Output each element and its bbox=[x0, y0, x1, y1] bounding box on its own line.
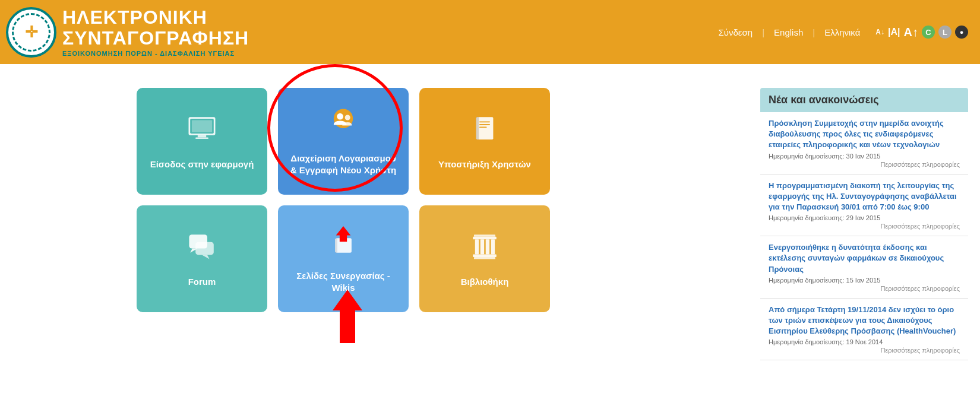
news-item: Η προγραμματισμένη διακοπή της λειτουργί… bbox=[760, 175, 968, 237]
news-item-title-1[interactable]: Η προγραμματισμένη διακοπή της λειτουργί… bbox=[769, 180, 960, 213]
tile-login-label: Είσοδος στην εφαρμογή bbox=[150, 158, 254, 170]
news-item-title-3[interactable]: Από σήμερα Τετάρτη 19/11/2014 δεν ισχύει… bbox=[769, 304, 960, 337]
upload-icon bbox=[327, 224, 359, 263]
font-controls: Α↓ |Α| Α↑ C L ● bbox=[875, 26, 968, 39]
svg-rect-10 bbox=[479, 121, 490, 122]
tile-support[interactable]: Υποστήριξη Χρηστών bbox=[419, 88, 550, 195]
book-icon bbox=[469, 113, 501, 151]
font-normal[interactable]: |Α| bbox=[888, 27, 900, 37]
font-decrease[interactable]: Α↓ bbox=[875, 28, 884, 36]
news-item-more-0[interactable]: Περισσότερες πληροφορίες bbox=[769, 161, 960, 168]
svg-marker-16 bbox=[202, 255, 210, 259]
news-header: Νέα και ανακοινώσεις bbox=[760, 88, 968, 112]
svg-rect-21 bbox=[474, 234, 495, 237]
news-sidebar: Νέα και ανακοινώσεις Πρόσκληση Συμμετοχή… bbox=[760, 88, 968, 394]
svg-rect-24 bbox=[486, 239, 489, 254]
nav-divider-2: | bbox=[813, 27, 815, 37]
columns-icon bbox=[469, 230, 501, 269]
tile-account[interactable]: Διαχείριση Λογαριασμού & Εγγραφή Νέου Χρ… bbox=[278, 88, 409, 195]
news-item: Πρόσκληση Συμμετοχής στην ημερίδα ανοιχτ… bbox=[760, 112, 968, 175]
logo-text: ΗΛΕΚΤΡΟΝΙΚΗ ΣΥΝΤΑΓΟΓΡΑΦΗΣΗ ΕΞΟΙΚΟΝΟΜΗΣΗ … bbox=[62, 7, 249, 57]
login-link[interactable]: Σύνδεση bbox=[719, 27, 753, 37]
news-item: Ενεργοποιήθηκε η δυνατότητα έκδοσης και … bbox=[760, 236, 968, 299]
svg-rect-27 bbox=[474, 257, 495, 259]
users-icon bbox=[327, 107, 359, 145]
news-items-container: Πρόσκληση Συμμετοχής στην ημερίδα ανοιχτ… bbox=[760, 112, 968, 360]
news-item-title-2[interactable]: Ενεργοποιήθηκε η δυνατότητα έκδοσης και … bbox=[769, 242, 960, 275]
tile-account-label: Διαχείριση Λογαριασμού & Εγγραφή Νέου Χρ… bbox=[287, 153, 399, 176]
svg-rect-22 bbox=[475, 239, 479, 254]
tile-library[interactable]: Βιβλιοθήκη bbox=[419, 205, 550, 312]
tile-library-label: Βιβλιοθήκη bbox=[461, 276, 509, 288]
svg-rect-25 bbox=[491, 239, 495, 254]
contrast-c-button[interactable]: C bbox=[922, 26, 935, 39]
logo-circle: ✛ bbox=[6, 7, 56, 58]
svg-rect-4 bbox=[195, 137, 208, 139]
logo-subtitle: ΕΞΟΙΚΟΝΟΜΗΣΗ ΠΟΡΩΝ - ΔΙΑΣΦΑΛΙΣΗ ΥΓΕΙΑΣ bbox=[62, 50, 249, 57]
svg-rect-15 bbox=[195, 242, 214, 255]
svg-rect-12 bbox=[479, 126, 487, 128]
svg-rect-3 bbox=[198, 135, 206, 138]
logo-title-line2: ΣΥΝΤΑΓΟΓΡΑΦΗΣΗ bbox=[62, 28, 249, 49]
logo-circle-inner: ✛ bbox=[12, 13, 50, 52]
svg-rect-20 bbox=[473, 237, 497, 240]
tile-forum-label: Forum bbox=[188, 276, 216, 288]
news-item-more-3[interactable]: Περισσότερες πληροφορίες bbox=[769, 347, 960, 354]
news-item: Από σήμερα Τετάρτη 19/11/2014 δεν ισχύει… bbox=[760, 299, 968, 361]
header-nav: Σύνδεση | English | Ελληνικά Α↓ |Α| Α↑ C… bbox=[719, 26, 968, 39]
monitor-icon bbox=[186, 113, 218, 151]
tile-wiki[interactable]: Σελίδες Συνεργασίας - Wikis bbox=[278, 205, 409, 312]
contrast-l-button[interactable]: L bbox=[938, 26, 951, 39]
svg-rect-26 bbox=[473, 254, 497, 257]
main-content: Είσοδος στην εφαρμογή Διαχείριση Λογαρι bbox=[0, 64, 980, 406]
svg-point-7 bbox=[345, 115, 350, 120]
svg-rect-23 bbox=[480, 239, 484, 254]
tiles-grid: Είσοδος στην εφαρμογή Διαχείριση Λογαρι bbox=[137, 88, 550, 312]
contrast-dark-button[interactable]: ● bbox=[955, 26, 968, 39]
chat-icon bbox=[186, 230, 218, 269]
svg-rect-18 bbox=[335, 238, 337, 253]
news-item-date-2: Ημερομηνία δημοσίευσης: 15 Ιαν 2015 bbox=[769, 277, 960, 284]
svg-rect-2 bbox=[192, 120, 212, 132]
news-item-date-0: Ημερομηνία δημοσίευσης: 30 Ιαν 2015 bbox=[769, 153, 960, 160]
logo-area: ✛ ΗΛΕΚΤΡΟΝΙΚΗ ΣΥΝΤΑΓΟΓΡΑΦΗΣΗ ΕΞΟΙΚΟΝΟΜΗΣ… bbox=[6, 7, 249, 58]
tile-forum[interactable]: Forum bbox=[137, 205, 267, 312]
spacer bbox=[568, 76, 742, 394]
header: ✛ ΗΛΕΚΤΡΟΝΙΚΗ ΣΥΝΤΑΓΟΓΡΑΦΗΣΗ ΕΞΟΙΚΟΝΟΜΗΣ… bbox=[0, 0, 980, 64]
nav-divider-1: | bbox=[762, 27, 764, 37]
news-item-more-1[interactable]: Περισσότερες πληροφορίες bbox=[769, 223, 960, 230]
tile-wiki-label: Σελίδες Συνεργασίας - Wikis bbox=[287, 270, 399, 293]
news-item-date-3: Ημερομηνία δημοσίευσης: 19 Νοε 2014 bbox=[769, 338, 960, 345]
news-item-date-1: Ημερομηνία δημοσίευσης: 29 Ιαν 2015 bbox=[769, 214, 960, 221]
news-item-title-0[interactable]: Πρόσκληση Συμμετοχής στην ημερίδα ανοιχτ… bbox=[769, 118, 960, 151]
svg-rect-9 bbox=[476, 117, 479, 139]
tile-login[interactable]: Είσοδος στην εφαρμογή bbox=[137, 88, 267, 195]
logo-cross-icon: ✛ bbox=[25, 24, 38, 40]
font-increase[interactable]: Α↑ bbox=[904, 26, 918, 39]
news-item-more-2[interactable]: Περισσότερες πληροφορίες bbox=[769, 285, 960, 292]
svg-rect-11 bbox=[479, 124, 490, 125]
tiles-container: Είσοδος στην εφαρμογή Διαχείριση Λογαρι bbox=[137, 76, 550, 394]
tile-support-label: Υποστήριξη Χρηστών bbox=[438, 158, 531, 170]
english-link[interactable]: English bbox=[774, 27, 803, 37]
greek-link[interactable]: Ελληνικά bbox=[824, 27, 860, 37]
svg-point-6 bbox=[337, 113, 343, 120]
logo-title-line1: ΗΛΕΚΤΡΟΝΙΚΗ bbox=[62, 7, 207, 28]
